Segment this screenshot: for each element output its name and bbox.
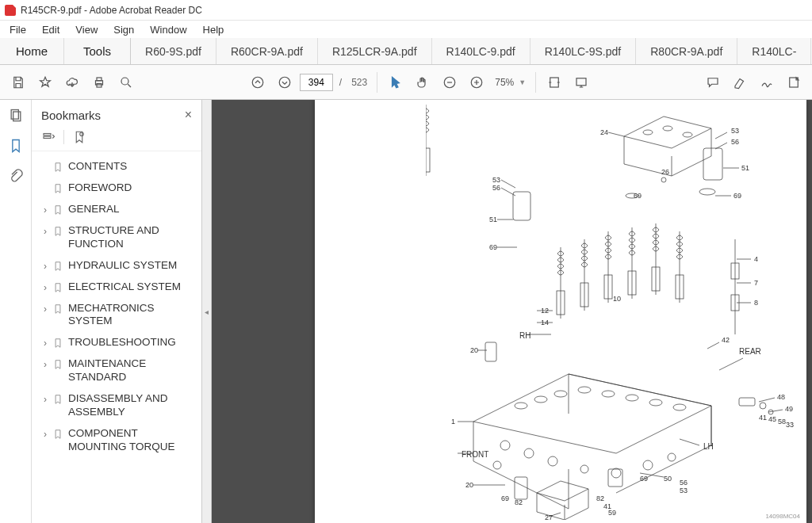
zoom-out-icon[interactable] xyxy=(438,71,462,94)
pointer-icon[interactable] xyxy=(384,71,408,94)
svg-text:48: 48 xyxy=(777,393,785,401)
print-icon[interactable] xyxy=(87,71,111,94)
toolbar-separator xyxy=(377,72,377,93)
bookmarks-title: Bookmarks xyxy=(41,109,101,122)
svg-rect-35 xyxy=(703,148,722,180)
svg-rect-11 xyxy=(11,110,18,120)
attachments-icon[interactable] xyxy=(8,168,24,184)
bookmark-item[interactable]: FOREWORD xyxy=(38,178,198,199)
document-tabs: Home Tools R60-9S.pdf R60CR-9A.pdf R125L… xyxy=(0,38,812,65)
svg-rect-12 xyxy=(13,112,20,121)
chevron-right-icon: › xyxy=(40,282,51,294)
svg-point-4 xyxy=(252,77,263,88)
star-icon[interactable] xyxy=(33,71,57,94)
bookmark-item[interactable]: ›HYDRAULIC SYSTEM xyxy=(38,255,198,277)
read-mode-icon[interactable] xyxy=(569,71,593,94)
svg-text:20: 20 xyxy=(465,481,473,489)
tab-home[interactable]: Home xyxy=(0,38,64,64)
tab-doc-1[interactable]: R60CR-9A.pdf xyxy=(216,38,318,64)
sign-icon[interactable] xyxy=(755,71,779,94)
bookmark-item[interactable]: ›DISASSEMBLY AND ASSEMBLY xyxy=(38,388,198,423)
tab-doc-5[interactable]: R80CR-9A.pdf xyxy=(636,38,737,64)
caret-down-icon: ▼ xyxy=(519,78,526,86)
svg-point-23 xyxy=(673,404,686,410)
hand-icon[interactable] xyxy=(411,71,435,94)
menu-view[interactable]: View xyxy=(69,22,104,37)
menu-file[interactable]: File xyxy=(3,22,33,37)
svg-text:53: 53 xyxy=(731,127,739,135)
bookmarks-icon[interactable] xyxy=(8,138,24,154)
svg-point-20 xyxy=(602,391,615,397)
highlight-icon[interactable] xyxy=(728,71,752,94)
svg-text:24: 24 xyxy=(600,128,608,136)
svg-text:51: 51 xyxy=(489,216,497,223)
bookmarks-list: CONTENTSFOREWORD›GENERAL›STRUCTURE AND F… xyxy=(32,151,201,523)
svg-rect-2 xyxy=(97,83,102,87)
bookmark-item[interactable]: ›GENERAL xyxy=(38,199,198,220)
thumbnails-icon[interactable] xyxy=(8,108,24,124)
zoom-select[interactable]: 75%▼ xyxy=(492,75,529,90)
bookmark-item[interactable]: ›STRUCTURE AND FUNCTION xyxy=(38,220,198,255)
svg-text:59: 59 xyxy=(608,509,616,517)
label-rear: REAR xyxy=(739,347,761,356)
bookmark-item[interactable]: ›MECHATRONICS SYSTEM xyxy=(38,298,198,333)
page-up-icon[interactable] xyxy=(246,71,270,94)
page-number-input[interactable] xyxy=(300,74,333,91)
bookmark-icon xyxy=(52,282,63,293)
svg-point-15 xyxy=(80,132,84,136)
bookmark-icon xyxy=(52,394,63,405)
svg-point-34 xyxy=(683,132,692,137)
menu-window[interactable]: Window xyxy=(144,22,193,37)
svg-rect-14 xyxy=(44,136,51,138)
close-icon[interactable]: × xyxy=(185,108,192,122)
tab-tools[interactable]: Tools xyxy=(64,38,131,64)
search-icon[interactable] xyxy=(114,71,138,94)
bm-find-icon[interactable] xyxy=(72,130,86,144)
toolbar-separator xyxy=(535,72,536,93)
chevron-right-icon: › xyxy=(40,394,51,406)
svg-rect-13 xyxy=(44,134,51,136)
page-down-icon[interactable] xyxy=(273,71,297,94)
chevron-right-icon: › xyxy=(40,261,51,273)
svg-point-31 xyxy=(668,453,676,461)
bookmark-item[interactable]: ›ELECTRICAL SYSTEM xyxy=(38,277,198,298)
collapse-handle[interactable]: ◂ xyxy=(202,100,212,523)
bookmark-icon xyxy=(52,429,63,440)
separator xyxy=(63,130,64,144)
tab-doc-3[interactable]: R140LC-9.pdf xyxy=(432,38,530,64)
svg-point-19 xyxy=(578,387,591,393)
zoom-in-icon[interactable] xyxy=(465,71,488,94)
side-rail xyxy=(0,100,32,523)
bookmark-item[interactable]: ›TROUBLESHOOTING xyxy=(38,332,198,353)
bm-options-icon[interactable] xyxy=(41,130,56,144)
svg-point-26 xyxy=(493,461,501,469)
tab-doc-6[interactable]: R140LC- xyxy=(737,38,811,64)
svg-text:42: 42 xyxy=(722,336,730,344)
svg-text:56: 56 xyxy=(492,184,500,192)
bookmark-icon xyxy=(52,261,63,272)
menu-sign[interactable]: Sign xyxy=(107,22,140,37)
menu-help[interactable]: Help xyxy=(197,22,231,37)
fit-width-icon[interactable] xyxy=(542,71,566,94)
document-viewer[interactable]: FRONT REAR RH LH 1 24 53 56 51 26 69 69 … xyxy=(212,100,812,523)
bookmark-icon xyxy=(52,204,63,216)
svg-rect-10 xyxy=(790,78,799,87)
bookmark-item[interactable]: CONTENTS xyxy=(38,156,198,178)
cloud-icon[interactable] xyxy=(60,71,84,94)
content-area: Bookmarks × CONTENTSFOREWORD›GENERAL›STR… xyxy=(0,100,812,523)
bookmark-item[interactable]: ›COMPONENT MOUNTING TORQUE xyxy=(38,423,198,458)
menu-edit[interactable]: Edit xyxy=(36,22,66,37)
more-tools-icon[interactable] xyxy=(782,71,806,94)
svg-text:69: 69 xyxy=(501,494,509,502)
tab-doc-4[interactable]: R140LC-9S.pdf xyxy=(530,38,637,64)
svg-text:20: 20 xyxy=(470,346,478,354)
comment-icon[interactable] xyxy=(701,71,725,94)
tab-doc-0[interactable]: R60-9S.pdf xyxy=(131,38,216,64)
tab-doc-2[interactable]: R125LCR-9A.pdf xyxy=(318,38,432,64)
bookmark-item[interactable]: ›MAINTENANCE STANDARD xyxy=(38,353,198,388)
chevron-right-icon: › xyxy=(40,204,51,216)
svg-point-32 xyxy=(643,130,653,135)
svg-point-16 xyxy=(515,403,527,409)
save-icon[interactable] xyxy=(6,71,30,94)
svg-text:8: 8 xyxy=(754,299,758,307)
